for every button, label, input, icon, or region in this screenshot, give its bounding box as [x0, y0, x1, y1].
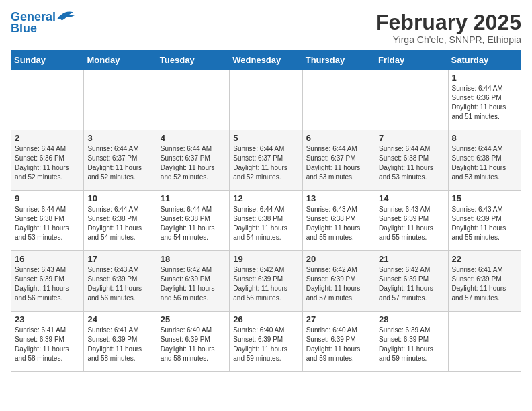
day-header-tuesday: Tuesday	[157, 51, 229, 70]
calendar-cell	[157, 70, 229, 130]
day-number: 21	[379, 254, 444, 264]
calendar-body: 1Sunrise: 6:44 AM Sunset: 6:36 PM Daylig…	[11, 70, 521, 372]
day-header-thursday: Thursday	[302, 51, 375, 70]
day-header-friday: Friday	[375, 51, 448, 70]
cell-info: Sunrise: 6:42 AM Sunset: 6:39 PM Dayligh…	[233, 265, 298, 303]
day-number: 19	[233, 254, 298, 264]
day-header-saturday: Saturday	[448, 51, 521, 70]
calendar-cell: 11Sunrise: 6:44 AM Sunset: 6:38 PM Dayli…	[157, 191, 229, 251]
calendar-week-1: 1Sunrise: 6:44 AM Sunset: 6:36 PM Daylig…	[11, 70, 521, 130]
calendar-week-2: 2Sunrise: 6:44 AM Sunset: 6:36 PM Daylig…	[11, 130, 521, 191]
cell-info: Sunrise: 6:42 AM Sunset: 6:39 PM Dayligh…	[306, 265, 371, 303]
day-number: 12	[233, 193, 298, 203]
cell-info: Sunrise: 6:44 AM Sunset: 6:37 PM Dayligh…	[233, 144, 298, 182]
title-block: February 2025 Yirga Ch'efe, SNNPR, Ethio…	[375, 11, 521, 45]
day-header-wednesday: Wednesday	[230, 51, 302, 70]
calendar-cell: 5Sunrise: 6:44 AM Sunset: 6:37 PM Daylig…	[230, 130, 302, 191]
cell-info: Sunrise: 6:44 AM Sunset: 6:38 PM Dayligh…	[15, 205, 80, 242]
day-number: 25	[161, 314, 226, 324]
day-number: 8	[452, 133, 517, 143]
day-number: 5	[233, 133, 298, 143]
calendar-cell	[302, 70, 375, 130]
calendar-cell: 26Sunrise: 6:40 AM Sunset: 6:39 PM Dayli…	[230, 312, 302, 372]
cell-info: Sunrise: 6:44 AM Sunset: 6:38 PM Dayligh…	[87, 205, 152, 242]
calendar-cell: 1Sunrise: 6:44 AM Sunset: 6:36 PM Daylig…	[448, 70, 521, 130]
day-number: 15	[452, 193, 517, 203]
calendar-cell	[448, 312, 521, 372]
cell-info: Sunrise: 6:42 AM Sunset: 6:39 PM Dayligh…	[379, 265, 444, 303]
cell-info: Sunrise: 6:44 AM Sunset: 6:37 PM Dayligh…	[161, 144, 226, 182]
calendar-cell: 2Sunrise: 6:44 AM Sunset: 6:36 PM Daylig…	[11, 130, 84, 191]
day-number: 7	[379, 133, 444, 143]
day-number: 17	[87, 254, 152, 264]
calendar-cell: 10Sunrise: 6:44 AM Sunset: 6:38 PM Dayli…	[84, 191, 157, 251]
calendar-cell: 12Sunrise: 6:44 AM Sunset: 6:38 PM Dayli…	[230, 191, 302, 251]
calendar-cell: 15Sunrise: 6:43 AM Sunset: 6:39 PM Dayli…	[448, 191, 521, 251]
day-number: 9	[15, 193, 80, 203]
day-number: 2	[15, 133, 80, 143]
day-number: 3	[87, 133, 152, 143]
calendar-cell	[84, 70, 157, 130]
cell-info: Sunrise: 6:43 AM Sunset: 6:39 PM Dayligh…	[15, 265, 80, 303]
cell-info: Sunrise: 6:40 AM Sunset: 6:39 PM Dayligh…	[161, 326, 226, 363]
calendar-cell: 13Sunrise: 6:43 AM Sunset: 6:38 PM Dayli…	[302, 191, 375, 251]
calendar-cell	[375, 70, 448, 130]
day-number: 4	[161, 133, 226, 143]
cell-info: Sunrise: 6:39 AM Sunset: 6:39 PM Dayligh…	[379, 326, 444, 363]
day-number: 26	[233, 314, 298, 324]
cell-info: Sunrise: 6:40 AM Sunset: 6:39 PM Dayligh…	[306, 326, 371, 363]
calendar-table: SundayMondayTuesdayWednesdayThursdayFrid…	[11, 50, 521, 372]
calendar-cell: 4Sunrise: 6:44 AM Sunset: 6:37 PM Daylig…	[157, 130, 229, 191]
day-number: 18	[161, 254, 226, 264]
cell-info: Sunrise: 6:43 AM Sunset: 6:39 PM Dayligh…	[452, 205, 517, 242]
calendar-cell	[11, 70, 84, 130]
calendar-cell: 27Sunrise: 6:40 AM Sunset: 6:39 PM Dayli…	[302, 312, 375, 372]
page-header: General Blue February 2025 Yirga Ch'efe,…	[11, 11, 521, 45]
calendar-cell: 19Sunrise: 6:42 AM Sunset: 6:39 PM Dayli…	[230, 251, 302, 312]
day-number: 1	[452, 73, 517, 83]
calendar-week-5: 23Sunrise: 6:41 AM Sunset: 6:39 PM Dayli…	[11, 312, 521, 372]
cell-info: Sunrise: 6:44 AM Sunset: 6:38 PM Dayligh…	[233, 205, 298, 242]
cell-info: Sunrise: 6:42 AM Sunset: 6:39 PM Dayligh…	[161, 265, 226, 303]
cell-info: Sunrise: 6:44 AM Sunset: 6:38 PM Dayligh…	[452, 144, 517, 182]
cell-info: Sunrise: 6:44 AM Sunset: 6:37 PM Dayligh…	[306, 144, 371, 182]
day-header-sunday: Sunday	[11, 51, 84, 70]
calendar-cell: 28Sunrise: 6:39 AM Sunset: 6:39 PM Dayli…	[375, 312, 448, 372]
cell-info: Sunrise: 6:43 AM Sunset: 6:39 PM Dayligh…	[379, 205, 444, 242]
logo: General Blue	[11, 11, 75, 36]
cell-info: Sunrise: 6:43 AM Sunset: 6:39 PM Dayligh…	[87, 265, 152, 303]
calendar-cell: 24Sunrise: 6:41 AM Sunset: 6:39 PM Dayli…	[84, 312, 157, 372]
calendar-cell: 23Sunrise: 6:41 AM Sunset: 6:39 PM Dayli…	[11, 312, 84, 372]
day-number: 6	[306, 133, 371, 143]
logo-bird-icon	[56, 8, 75, 24]
day-number: 24	[87, 314, 152, 324]
day-number: 27	[306, 314, 371, 324]
day-number: 23	[15, 314, 80, 324]
calendar-header: SundayMondayTuesdayWednesdayThursdayFrid…	[11, 51, 521, 70]
calendar-cell: 17Sunrise: 6:43 AM Sunset: 6:39 PM Dayli…	[84, 251, 157, 312]
calendar-week-4: 16Sunrise: 6:43 AM Sunset: 6:39 PM Dayli…	[11, 251, 521, 312]
day-number: 28	[379, 314, 444, 324]
cell-info: Sunrise: 6:44 AM Sunset: 6:36 PM Dayligh…	[452, 84, 517, 122]
day-header-monday: Monday	[84, 51, 157, 70]
day-number: 11	[161, 193, 226, 203]
calendar-cell: 18Sunrise: 6:42 AM Sunset: 6:39 PM Dayli…	[157, 251, 229, 312]
calendar-cell	[230, 70, 302, 130]
calendar-cell: 3Sunrise: 6:44 AM Sunset: 6:37 PM Daylig…	[84, 130, 157, 191]
day-number: 20	[306, 254, 371, 264]
cell-info: Sunrise: 6:41 AM Sunset: 6:39 PM Dayligh…	[15, 326, 80, 363]
cell-info: Sunrise: 6:44 AM Sunset: 6:36 PM Dayligh…	[15, 144, 80, 182]
cell-info: Sunrise: 6:44 AM Sunset: 6:37 PM Dayligh…	[87, 144, 152, 182]
day-number: 10	[87, 193, 152, 203]
day-number: 22	[452, 254, 517, 264]
day-number: 14	[379, 193, 444, 203]
cell-info: Sunrise: 6:44 AM Sunset: 6:38 PM Dayligh…	[161, 205, 226, 242]
cell-info: Sunrise: 6:43 AM Sunset: 6:38 PM Dayligh…	[306, 205, 371, 242]
cell-info: Sunrise: 6:41 AM Sunset: 6:39 PM Dayligh…	[87, 326, 152, 363]
cell-info: Sunrise: 6:40 AM Sunset: 6:39 PM Dayligh…	[233, 326, 298, 363]
calendar-cell: 8Sunrise: 6:44 AM Sunset: 6:38 PM Daylig…	[448, 130, 521, 191]
calendar-week-3: 9Sunrise: 6:44 AM Sunset: 6:38 PM Daylig…	[11, 191, 521, 251]
day-number: 13	[306, 193, 371, 203]
location-subtitle: Yirga Ch'efe, SNNPR, Ethiopia	[375, 34, 521, 45]
calendar-cell: 16Sunrise: 6:43 AM Sunset: 6:39 PM Dayli…	[11, 251, 84, 312]
